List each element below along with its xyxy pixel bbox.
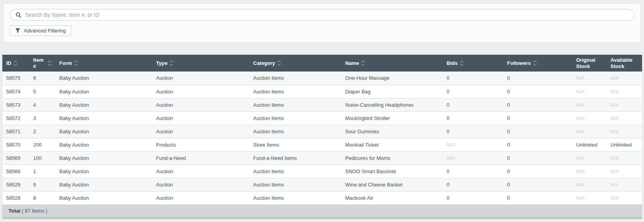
cell-original-stock: N/A (572, 98, 607, 111)
column-header[interactable]: Type (152, 55, 249, 72)
table-header: ID Item # (2, 55, 642, 72)
cell-type: Auction (152, 111, 249, 125)
table-row[interactable]: 58573 4 Baby Auction Auction Auction Ite… (2, 98, 642, 111)
cell-type: Auction (152, 191, 249, 204)
cell-id: 58575 (2, 72, 29, 85)
cell-followers: 0 (503, 111, 572, 125)
cell-followers: 0 (503, 85, 572, 98)
sort-icon (533, 60, 537, 66)
cell-form: Baby Auction (55, 98, 152, 111)
table-header-row: ID Item # (2, 55, 642, 72)
table-row[interactable]: 58528 8 Baby Auction Auction Auction Ite… (2, 191, 642, 204)
search-box[interactable] (10, 9, 634, 21)
cell-available-stock: N/A (607, 72, 642, 85)
cell-id: 58574 (2, 85, 29, 98)
advanced-filtering-label: Advanced Filtering (24, 28, 66, 34)
cell-type: Products (152, 138, 249, 151)
cell-category: Auction Items (249, 85, 341, 98)
cell-available-stock: N/A (607, 125, 642, 138)
items-table: ID Item # (2, 55, 642, 218)
cell-bids: 0 (443, 72, 503, 85)
column-header-label: ID (6, 60, 11, 66)
table-body: 58575 6 Baby Auction Auction Auction Ite… (2, 72, 642, 204)
cell-form: Baby Auction (55, 138, 152, 151)
column-header-label: Followers (507, 60, 531, 66)
cell-original-stock: N/A (572, 72, 607, 85)
filter-funnel-icon (15, 28, 20, 33)
cell-bids: N/A (443, 138, 503, 151)
cell-category: Auction Items (249, 191, 341, 204)
column-header-label: Item # (33, 57, 46, 69)
table-row[interactable]: 58574 5 Baby Auction Auction Auction Ite… (2, 85, 642, 98)
cell-item-number: 2 (29, 125, 55, 138)
sort-icon (460, 60, 463, 66)
search-input[interactable] (25, 12, 628, 18)
total-detail: ( 87 Items ) (22, 208, 48, 214)
cell-category: Auction Items (249, 165, 341, 178)
table-row[interactable]: 58568 1 Baby Auction Auction Auction Ite… (2, 165, 642, 178)
column-header: Available Stock (607, 55, 642, 72)
sort-icon (48, 60, 51, 66)
cell-bids: 0 (443, 125, 503, 138)
cell-id: 58528 (2, 191, 29, 204)
cell-available-stock: N/A (607, 111, 642, 125)
column-header-label: Name (345, 60, 359, 66)
cell-name: One-Hour Massage (341, 72, 443, 85)
cell-available-stock: N/A (607, 191, 642, 204)
cell-form: Baby Auction (55, 111, 152, 125)
cell-name: Macbook Air (341, 191, 443, 204)
cell-original-stock: Unlimited (572, 138, 607, 151)
column-header[interactable]: ID (2, 55, 29, 72)
cell-followers: 0 (503, 125, 572, 138)
cell-item-number: 1 (29, 165, 55, 178)
cell-id: 58568 (2, 165, 29, 178)
cell-name: Sour Gummies (341, 125, 443, 138)
cell-type: Auction (152, 165, 249, 178)
cell-category: Auction Items (249, 98, 341, 111)
column-header[interactable]: Form (55, 55, 152, 72)
cell-name: Mocktail Ticket (341, 138, 443, 151)
cell-available-stock: N/A (607, 98, 642, 111)
cell-item-number: 8 (29, 191, 55, 204)
cell-followers: 0 (503, 151, 572, 165)
cell-bids: 0 (443, 178, 503, 191)
column-header[interactable]: Category (249, 55, 341, 72)
cell-bids: 0 (443, 85, 503, 98)
table-row[interactable]: 58570 200 Baby Auction Products Store It… (2, 138, 642, 151)
table-row[interactable]: 58569 100 Baby Auction Fund-a-Need Fund-… (2, 151, 642, 165)
cell-followers: 0 (503, 178, 572, 191)
cell-available-stock: N/A (607, 85, 642, 98)
cell-id: 58570 (2, 138, 29, 151)
column-header-label: Available Stock (610, 57, 638, 69)
cell-bids: 0 (443, 111, 503, 125)
sort-icon (277, 60, 281, 66)
cell-category: Store Items (249, 138, 341, 151)
table-row[interactable]: 58572 3 Baby Auction Auction Auction Ite… (2, 111, 642, 125)
table-footer-row: Total ( 87 Items ) (2, 204, 642, 218)
total-label: Total (9, 208, 20, 214)
cell-followers: 0 (503, 138, 572, 151)
table-row[interactable]: 58575 6 Baby Auction Auction Auction Ite… (2, 72, 642, 85)
cell-category: Auction Items (249, 178, 341, 191)
table-row[interactable]: 58571 2 Baby Auction Auction Auction Ite… (2, 125, 642, 138)
cell-available-stock: N/A (607, 178, 642, 191)
column-header[interactable]: Bids (443, 55, 503, 72)
cell-item-number: 6 (29, 72, 55, 85)
cell-original-stock: N/A (572, 151, 607, 165)
cell-name: Noise-Cancelling Headphones (341, 98, 443, 111)
table-row[interactable]: 58529 9 Baby Auction Auction Auction Ite… (2, 178, 642, 191)
cell-name: SNOO Smart Bassinet (341, 165, 443, 178)
column-header-label: Bids (447, 60, 458, 66)
column-header[interactable]: Name (341, 55, 443, 72)
cell-name: Diaper Bag (341, 85, 443, 98)
cell-type: Auction (152, 85, 249, 98)
cell-item-number: 4 (29, 98, 55, 111)
column-header[interactable]: Item # (29, 55, 55, 72)
cell-available-stock: Unlimited (607, 138, 642, 151)
cell-available-stock: N/A (607, 151, 642, 165)
cell-item-number: 100 (29, 151, 55, 165)
column-header-label: Original Stock (576, 57, 603, 69)
column-header[interactable]: Followers (503, 55, 572, 72)
advanced-filtering-button[interactable]: Advanced Filtering (10, 25, 71, 36)
search-filter-panel: Advanced Filtering (3, 3, 641, 43)
